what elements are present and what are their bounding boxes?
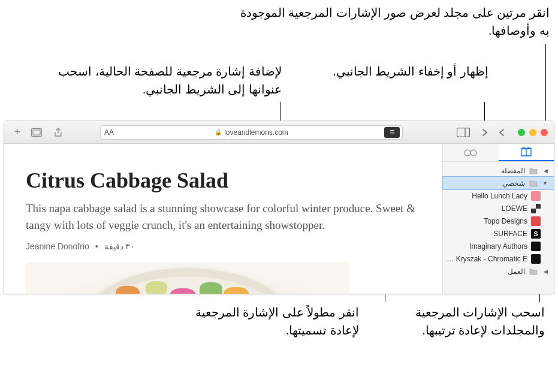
article-meta: Jeanine Donofrio • ٣٠ دقيقة (26, 242, 421, 251)
sidebar-item-label: SURFACE (447, 230, 527, 238)
disclosure-icon[interactable]: ◀ (542, 269, 548, 275)
sidebar-toggle-button[interactable] (454, 126, 472, 139)
favicon (531, 204, 541, 213)
favicon (531, 254, 541, 264)
text-size-icon[interactable]: AA (104, 128, 114, 137)
callout-doubleclick-folder: انقر مرتين على مجلد لعرض صور الإشارات ال… (238, 4, 550, 40)
minimize-button[interactable] (529, 129, 536, 136)
sidebar: ◀ المفضلة ▼ شخصي Hello Lunch Lady (442, 144, 554, 294)
bookmark-item[interactable]: Imaginary Authors (443, 240, 554, 252)
bookmark-item[interactable]: Hello Lunch Lady (443, 189, 554, 202)
work-folder[interactable]: ◀ العمل (443, 265, 554, 278)
folder-icon (529, 267, 538, 276)
back-button[interactable] (477, 126, 493, 139)
reader-mode-button[interactable]: ☰ (384, 127, 400, 138)
new-tab-button[interactable]: + (10, 126, 25, 138)
sidebar-item-label: شخصي (447, 179, 525, 188)
sidebar-list: ◀ المفضلة ▼ شخصي Hello Lunch Lady (443, 162, 554, 280)
callout-drag-url: لإضافة إشارة مرجعية للصفحة الحالية، اسحب… (24, 62, 282, 98)
maximize-button[interactable] (518, 129, 525, 136)
sidebar-tabs (443, 144, 554, 162)
svg-point-5 (465, 150, 470, 156)
sidebar-item-label: المفضلة (447, 167, 525, 175)
disclosure-icon[interactable]: ▼ (542, 180, 548, 186)
callout-drag-reorder: اسحب الإشارات المرجعية والمجلدات لإعادة … (377, 303, 545, 339)
url-text: loveandlemons.com (224, 128, 288, 137)
content-area: Citrus Cabbage Salad This napa cabbage s… (4, 144, 442, 294)
reading-list-tab[interactable] (443, 144, 499, 161)
folder-icon (529, 179, 538, 188)
safari-window: + AA 🔒 loveandlemons.com ☰ (4, 120, 554, 294)
forward-button[interactable] (494, 126, 509, 139)
bookmarks-tab[interactable] (499, 144, 554, 161)
svg-rect-2 (457, 128, 470, 137)
lock-icon: 🔒 (215, 129, 222, 135)
article-description: This napa cabbage salad is a stunning sh… (26, 200, 421, 233)
sidebar-item-label: العمل (447, 267, 525, 276)
bookmark-item[interactable]: Neil Kryszak - Chromatic E... (443, 252, 554, 265)
bookmark-item[interactable]: Topo Designs (443, 215, 554, 227)
sidebar-item-label: LOEWE (447, 204, 527, 213)
favicon (531, 191, 541, 201)
sidebar-item-label: Neil Kryszak - Chromatic E... (447, 255, 527, 263)
svg-point-6 (470, 150, 476, 156)
article-author: Jeanine Donofrio (26, 242, 89, 251)
bookmark-item[interactable]: S SURFACE (443, 227, 554, 240)
article-title: Citrus Cabbage Salad (26, 168, 421, 193)
nav-buttons (477, 126, 509, 139)
titlebar: + AA 🔒 loveandlemons.com ☰ (4, 121, 554, 144)
callout-longpress-rename: انقر مطولاً على الإشارة المرجعية لإعادة … (179, 303, 359, 339)
url-bar[interactable]: AA 🔒 loveandlemons.com ☰ (100, 125, 403, 140)
svg-rect-1 (33, 130, 40, 135)
bookmark-item[interactable]: LOEWE (443, 202, 554, 215)
article-time: ٣٠ دقيقة (104, 242, 135, 251)
share-icon[interactable] (51, 126, 65, 139)
favorites-folder[interactable]: ◀ المفضلة (443, 164, 554, 177)
article-image (26, 262, 349, 294)
folder-icon (529, 166, 538, 176)
sidebar-item-label: Hello Lunch Lady (447, 192, 527, 200)
favicon: S (531, 229, 541, 239)
window-controls (518, 129, 548, 136)
favicon (531, 216, 541, 226)
tabs-overview-icon[interactable] (29, 126, 44, 139)
sidebar-item-label: Topo Designs (447, 217, 527, 225)
callout-show-hide-sidebar: إظهار أو إخفاء الشريط الجانبي. (333, 62, 488, 80)
disclosure-icon[interactable]: ◀ (542, 168, 548, 174)
sidebar-item-label: Imaginary Authors (447, 242, 527, 251)
close-button[interactable] (541, 129, 548, 136)
personal-folder[interactable]: ▼ شخصي (443, 177, 554, 189)
favicon (531, 242, 541, 251)
